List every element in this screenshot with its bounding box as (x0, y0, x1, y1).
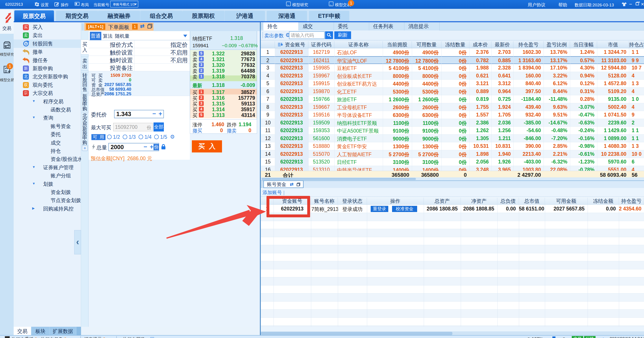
svg-text:股: 股 (25, 42, 27, 46)
